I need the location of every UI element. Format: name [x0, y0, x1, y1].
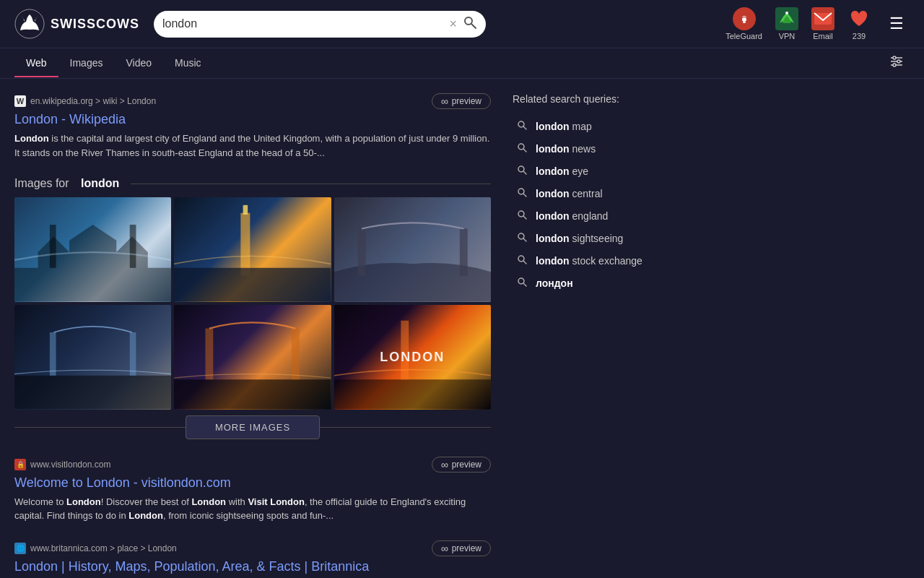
- svg-line-38: [523, 238, 526, 241]
- svg-line-30: [523, 149, 526, 152]
- related-text-england: london england: [536, 210, 608, 222]
- svg-line-42: [523, 283, 526, 286]
- heart-badge-tool[interactable]: 239: [847, 7, 871, 40]
- header-tools: TeleGuard VPN E: [725, 7, 910, 40]
- bridge-svg-2: [174, 197, 331, 302]
- email-tool[interactable]: Email: [811, 7, 834, 40]
- search-icon-cyrillic: [515, 277, 528, 289]
- svg-rect-18: [241, 213, 250, 276]
- search-icon-stock: [515, 254, 528, 267]
- email-label: Email: [813, 32, 833, 40]
- heart-badge-count: 239: [853, 32, 866, 40]
- search-icon-news: [515, 142, 528, 155]
- filter-icon[interactable]: [884, 48, 910, 78]
- search-input[interactable]: [162, 17, 449, 30]
- source-url-britannica: www.britannica.com > place > London: [30, 543, 177, 553]
- image-4[interactable]: [14, 305, 171, 410]
- britannica-icon: 🌐: [14, 543, 26, 554]
- images-grid: LONDON: [14, 197, 491, 410]
- svg-rect-19: [243, 205, 248, 215]
- images-heading-bold: london: [81, 177, 119, 190]
- nav-tabs: Web Images Video Music: [0, 48, 924, 79]
- teleguard-tool[interactable]: TeleGuard: [725, 7, 762, 40]
- logo[interactable]: SWISSCOWS: [14, 9, 139, 39]
- svg-rect-23: [130, 332, 136, 376]
- logo-text: SWISSCOWS: [51, 17, 139, 32]
- related-item-sightseeing[interactable]: london sightseeing: [513, 227, 715, 249]
- result-source-visitlondon: 🔒 www.visitlondon.com ∞ preview: [14, 457, 491, 473]
- result-title-britannica[interactable]: London | History, Maps, Population, Area…: [14, 559, 491, 574]
- svg-line-36: [523, 216, 526, 219]
- preview-button-wikipedia[interactable]: ∞ preview: [432, 93, 491, 109]
- related-text-stock: london stock exchange: [536, 255, 642, 267]
- more-images-line-left: [14, 427, 186, 428]
- svg-point-15: [893, 64, 896, 66]
- heart-icon: [847, 7, 871, 30]
- related-heading: Related search queries:: [513, 93, 715, 105]
- tab-music[interactable]: Music: [163, 50, 213, 77]
- result-title-wikipedia[interactable]: London - Wikipedia: [14, 112, 491, 127]
- more-images-button[interactable]: MORE IMAGES: [186, 415, 320, 439]
- clear-icon[interactable]: ×: [450, 17, 458, 30]
- image-overlay-text: LONDON: [380, 350, 445, 365]
- related-text-eye: london eye: [536, 165, 588, 177]
- preview-label-visitlondon: preview: [452, 460, 481, 470]
- search-icon-central: [515, 187, 528, 199]
- tab-video[interactable]: Video: [114, 50, 163, 77]
- lock-icon: 🔒: [14, 459, 26, 470]
- bridge-svg-1: [14, 197, 171, 302]
- result-title-visitlondon[interactable]: Welcome to London - visitlondon.com: [14, 475, 491, 491]
- search-button[interactable]: [463, 15, 477, 33]
- result-snippet-wikipedia: London is the capital and largest city o…: [14, 131, 491, 160]
- search-icon-sightseeing: [515, 232, 528, 244]
- result-wikipedia: W en.wikipedia.org > wiki > London ∞ pre…: [14, 93, 491, 160]
- search-icon: [463, 15, 477, 30]
- svg-point-14: [897, 60, 900, 63]
- result-visitlondon: 🔒 www.visitlondon.com ∞ preview Welcome …: [14, 457, 491, 523]
- vpn-tool[interactable]: VPN: [775, 7, 798, 40]
- images-heading: Images for london: [14, 177, 491, 190]
- result-britannica: 🌐 www.britannica.com > place > London ∞ …: [14, 540, 491, 574]
- svg-rect-21: [460, 229, 468, 276]
- svg-rect-17: [130, 225, 136, 268]
- search-icon-eye: [515, 165, 528, 177]
- image-3[interactable]: [334, 197, 491, 302]
- svg-point-7: [785, 12, 788, 14]
- svg-point-4: [742, 17, 746, 22]
- related-text-news: london news: [536, 143, 596, 155]
- bridge-svg-4: [14, 305, 171, 410]
- more-images-section: MORE IMAGES: [14, 415, 491, 439]
- related-item-eye[interactable]: london eye: [513, 160, 715, 182]
- vpn-icon: [775, 7, 798, 30]
- teleguard-icon: [733, 7, 756, 30]
- preview-label-wikipedia: preview: [452, 96, 481, 106]
- search-icon-map: [515, 120, 528, 132]
- image-2[interactable]: [174, 197, 331, 302]
- search-bar: ×: [154, 11, 486, 38]
- image-5[interactable]: [174, 305, 331, 410]
- hamburger-menu[interactable]: ☰: [884, 12, 910, 36]
- tab-web[interactable]: Web: [14, 50, 58, 77]
- related-item-map[interactable]: london map: [513, 115, 715, 137]
- teleguard-label: TeleGuard: [725, 32, 762, 40]
- image-6[interactable]: LONDON: [334, 305, 491, 410]
- tab-images[interactable]: Images: [58, 50, 115, 77]
- related-item-news[interactable]: london news: [513, 137, 715, 160]
- related-text-cyrillic: лондон: [536, 277, 573, 289]
- related-item-stock[interactable]: london stock exchange: [513, 249, 715, 272]
- related-item-central[interactable]: london central: [513, 182, 715, 204]
- related-item-cyrillic[interactable]: лондон: [513, 272, 715, 294]
- right-column: Related search queries: london map londo…: [513, 93, 715, 578]
- result-snippet-visitlondon: Welcome to London! Discover the best of …: [14, 495, 491, 523]
- svg-point-13: [893, 56, 896, 59]
- source-url-wikipedia: en.wikipedia.org > wiki > London: [30, 96, 156, 106]
- image-1[interactable]: [14, 197, 171, 302]
- images-heading-prefix: Images for: [14, 177, 69, 190]
- left-column: W en.wikipedia.org > wiki > London ∞ pre…: [14, 93, 491, 578]
- logo-icon: [14, 9, 45, 39]
- preview-button-visitlondon[interactable]: ∞ preview: [432, 457, 491, 473]
- related-item-england[interactable]: london england: [513, 204, 715, 227]
- svg-rect-24: [206, 329, 214, 380]
- preview-button-britannica[interactable]: ∞ preview: [432, 540, 491, 556]
- svg-line-2: [471, 24, 476, 28]
